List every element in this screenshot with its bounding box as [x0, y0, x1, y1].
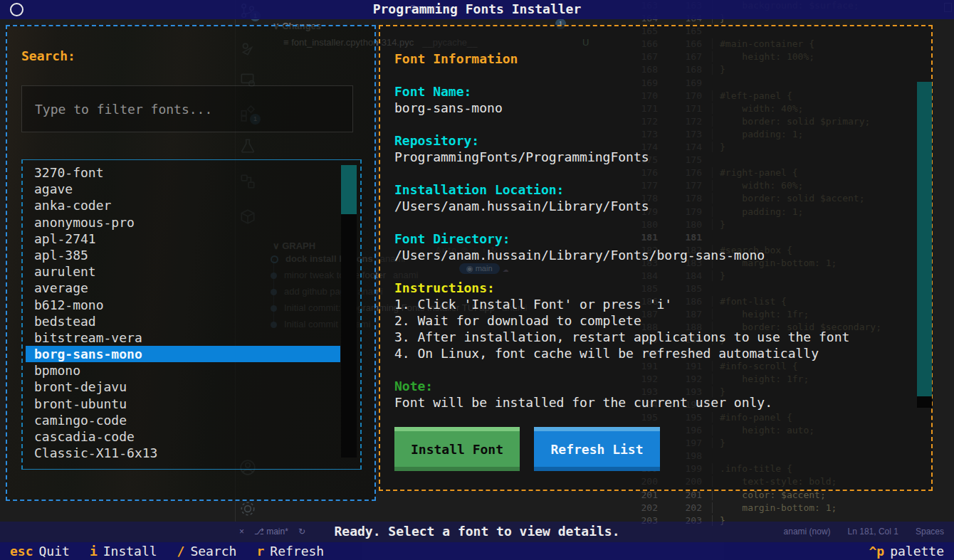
instructions-block: Instructions: 1. Click 'Install Font' or…: [394, 280, 931, 361]
footer-key-item[interactable]: escQuit: [10, 544, 70, 559]
footer-key-item[interactable]: iInstall: [90, 544, 157, 559]
font-list-item[interactable]: bedstead: [26, 313, 340, 329]
info-section: Installation Location: /Users/anam.hussa…: [394, 181, 931, 214]
font-list-item[interactable]: borg-sans-mono: [26, 346, 340, 362]
info-section-label: Font Name:: [394, 83, 931, 100]
font-list-scrollbar[interactable]: [341, 165, 357, 458]
palette-hint[interactable]: ^ppalette: [869, 544, 944, 559]
settings-gear-icon: [239, 500, 256, 517]
scrollbar-track[interactable]: [917, 396, 932, 408]
font-list-item[interactable]: average: [26, 280, 340, 296]
instructions-list: 1. Click 'Install Font' or press 'i'2. W…: [394, 296, 931, 361]
font-list-item[interactable]: bitstream-vera: [26, 329, 340, 346]
font-list[interactable]: 3270-fontagaveanka-coderanonymous-proapl…: [21, 159, 362, 470]
font-list-item[interactable]: bront-dejavu: [26, 379, 340, 395]
app-title: Programming Fonts Installer: [0, 1, 954, 16]
info-section-label: Repository:: [394, 132, 931, 149]
instructions-label: Instructions:: [394, 280, 931, 296]
note-text: Font will be installed for the current u…: [394, 394, 931, 411]
footer-keybar: escQuitiInstall/SearchrRefresh ^ppalette: [0, 542, 954, 560]
footer-key-item[interactable]: /Search: [177, 544, 237, 559]
info-sections: Font Name: borg-sans-mono Repository: Pr…: [394, 83, 931, 263]
info-section-label: Installation Location:: [394, 181, 931, 198]
font-list-item[interactable]: b612-mono: [26, 297, 340, 313]
info-section-value: ProgrammingFonts/ProgrammingFonts: [394, 149, 931, 165]
code-line: 202202 margin-bottom: 1;: [605, 502, 881, 515]
code-line: 201201 color: $accent;: [605, 490, 881, 502]
info-section-label: Font Directory:: [394, 231, 931, 247]
font-list-item[interactable]: camingo-code: [26, 412, 340, 428]
info-section: Font Directory: /Users/anam.hussain/Libr…: [394, 231, 931, 263]
font-list-item[interactable]: apl-385: [26, 247, 340, 263]
left-panel: Search: 3270-fontagaveanka-coderanonymou…: [6, 25, 376, 501]
info-section-value: /Users/anam.hussain/Library/Fonts/borg-s…: [394, 247, 931, 263]
font-list-item[interactable]: anonymous-pro: [26, 214, 340, 231]
info-section-value: borg-sans-mono: [394, 100, 931, 116]
app-root: 1 1 ∨ Changes 1 ≡: [0, 0, 954, 560]
footer-key-item[interactable]: rRefresh: [256, 544, 324, 559]
info-section: Repository: ProgrammingFonts/Programming…: [394, 132, 931, 165]
title-bar: Commit ∨ Programming Fonts Installer: [0, 0, 954, 19]
font-list-item[interactable]: agave: [26, 181, 340, 197]
font-list-item[interactable]: apl-2741: [26, 231, 340, 247]
info-section: Font Name: borg-sans-mono: [394, 83, 931, 116]
font-list-item[interactable]: Classic-X11-6x13: [26, 445, 340, 461]
install-font-button[interactable]: Install Font: [394, 427, 520, 471]
note-label: Note:: [394, 378, 931, 394]
info-scrollbar[interactable]: [917, 82, 932, 408]
scrollbar-thumb[interactable]: [341, 165, 357, 214]
search-input[interactable]: [21, 85, 353, 132]
font-list-item[interactable]: anka-coder: [26, 197, 340, 213]
info-section-value: /Users/anam.hussain/Library/Fonts: [394, 198, 931, 214]
search-label: Search:: [21, 48, 75, 63]
refresh-list-button[interactable]: Refresh List: [534, 427, 660, 471]
font-list-item[interactable]: bpmono: [26, 362, 340, 379]
font-list-item[interactable]: cascadia-code: [26, 428, 340, 445]
font-information-title: Font Information: [394, 51, 931, 67]
instruction-line: 3. After installation, restart applicati…: [394, 329, 931, 345]
footer-keys: escQuitiInstall/SearchrRefresh: [10, 544, 344, 559]
scrollbar-thumb[interactable]: [917, 82, 932, 396]
tui-status-text: Ready. Select a font to view details.: [0, 524, 954, 539]
font-list-item[interactable]: 3270-font: [26, 164, 340, 181]
instruction-line: 2. Wait for download to complete: [394, 312, 931, 329]
instruction-line: 1. Click 'Install Font' or press 'i': [394, 296, 931, 312]
right-panel: Font Information Font Name: borg-sans-mo…: [379, 25, 933, 491]
note-block: Note: Font will be installed for the cur…: [394, 378, 931, 411]
button-row: Install Font Refresh List: [394, 427, 931, 471]
font-list-item[interactable]: aurulent: [26, 263, 340, 280]
font-list-item[interactable]: bront-ubuntu: [26, 396, 340, 412]
instruction-line: 4. On Linux, font cache will be refreshe…: [394, 345, 931, 361]
